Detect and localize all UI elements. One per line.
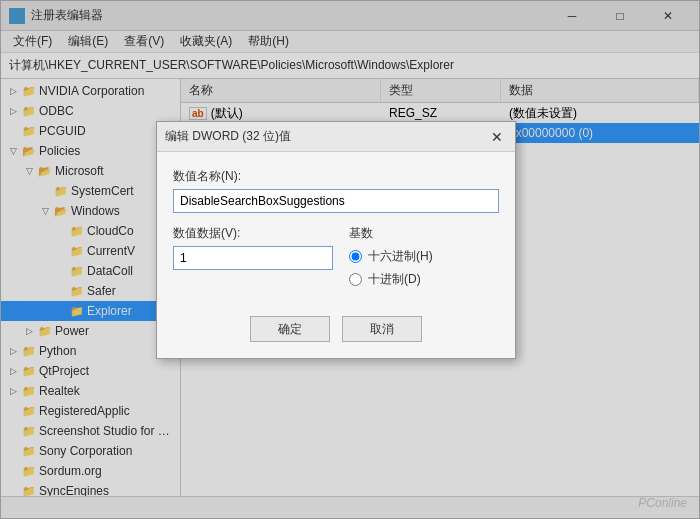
base-label: 基数 [349, 225, 499, 242]
dialog-title-bar: 编辑 DWORD (32 位)值 ✕ [157, 122, 515, 152]
dialog-close-button[interactable]: ✕ [487, 127, 507, 147]
main-window: 注册表编辑器 ─ □ ✕ 文件(F) 编辑(E) 查看(V) 收藏夹(A) 帮助… [0, 0, 700, 519]
name-input[interactable] [173, 189, 499, 213]
radio-dec[interactable]: 十进制(D) [349, 271, 499, 288]
radio-group: 十六进制(H) 十进制(D) [349, 248, 499, 288]
name-label: 数值名称(N): [173, 168, 499, 185]
radio-hex-label: 十六进制(H) [368, 248, 433, 265]
data-label: 数值数据(V): [173, 225, 333, 242]
radio-hex-input[interactable] [349, 250, 362, 263]
dialog-title: 编辑 DWORD (32 位)值 [165, 128, 291, 145]
dialog-row: 数值数据(V): 基数 十六进制(H) 十进制(D) [173, 225, 499, 288]
cancel-button[interactable]: 取消 [342, 316, 422, 342]
radio-dec-input[interactable] [349, 273, 362, 286]
edit-dword-dialog: 编辑 DWORD (32 位)值 ✕ 数值名称(N): 数值数据(V): 基数 [156, 121, 516, 359]
base-fieldset: 基数 十六进制(H) 十进制(D) [349, 225, 499, 288]
data-input[interactable] [173, 246, 333, 270]
value-section: 数值数据(V): [173, 225, 333, 270]
ok-button[interactable]: 确定 [250, 316, 330, 342]
radio-dec-label: 十进制(D) [368, 271, 421, 288]
dialog-footer: 确定 取消 [157, 304, 515, 358]
dialog-overlay: 编辑 DWORD (32 位)值 ✕ 数值名称(N): 数值数据(V): 基数 [1, 1, 699, 518]
dialog-body: 数值名称(N): 数值数据(V): 基数 十六进制(H) [157, 152, 515, 304]
radio-hex[interactable]: 十六进制(H) [349, 248, 499, 265]
